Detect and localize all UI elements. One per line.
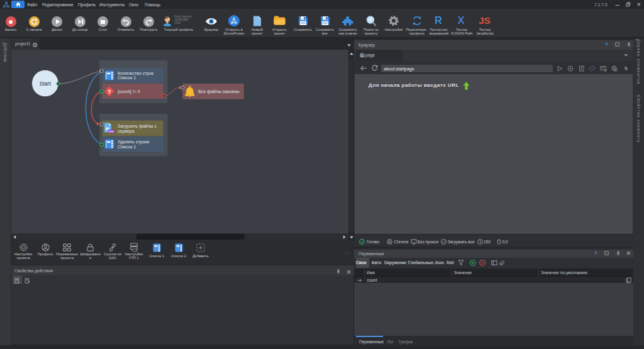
- svg-text:сервера: сервера: [118, 129, 135, 134]
- svg-text:Start: Start: [40, 80, 52, 87]
- svg-text:Список 1: Список 1: [118, 75, 136, 80]
- svg-text:{count} != 0: {count} != 0: [118, 89, 140, 94]
- svg-text:Загрузить файлы с: Загрузить файлы с: [118, 124, 157, 129]
- svg-text:?: ?: [108, 89, 111, 95]
- svg-text:Список 1: Список 1: [118, 145, 136, 149]
- svg-text:Удалить строки: Удалить строки: [118, 140, 149, 145]
- svg-text:Количество строк: Количество строк: [118, 71, 154, 76]
- svg-text:Все файлы скачаны: Все файлы скачаны: [198, 89, 240, 94]
- svg-text:FTP: FTP: [109, 131, 114, 133]
